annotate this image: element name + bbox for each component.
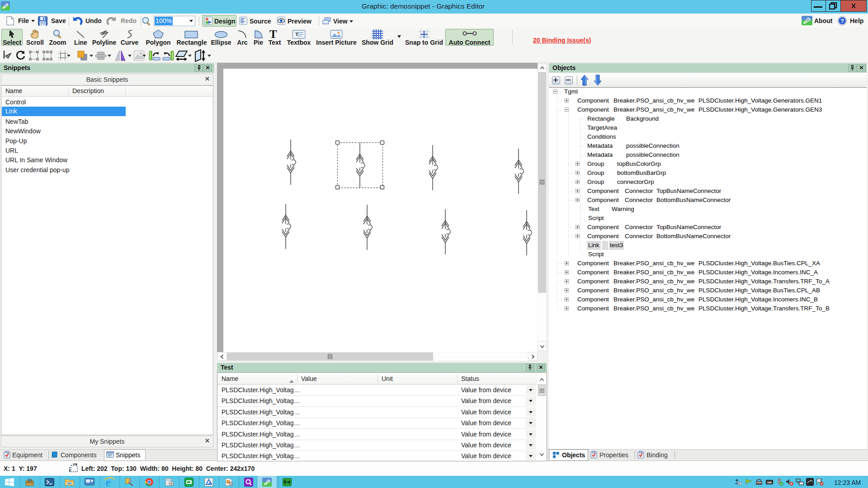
- svg-text:vm: vm: [767, 481, 772, 484]
- svg-text:?: ?: [840, 18, 844, 24]
